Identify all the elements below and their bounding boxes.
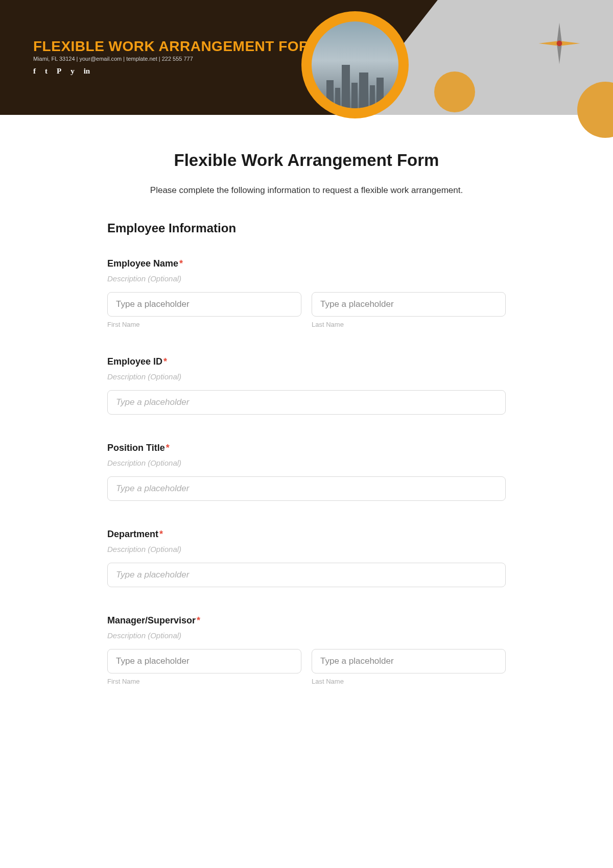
field-label: Employee Name*: [107, 258, 506, 269]
field-description: Description (Optional): [107, 545, 506, 553]
banner-title-block: FLEXIBLE WORK ARRANGEMENT FORM Miami, FL…: [33, 38, 322, 76]
page-intro: Please complete the following informatio…: [107, 185, 506, 196]
facebook-icon[interactable]: f: [33, 67, 36, 76]
svg-point-4: [557, 41, 562, 46]
field-label: Manager/Supervisor*: [107, 615, 506, 626]
field-department: Department* Description (Optional): [107, 529, 506, 587]
sub-label-last-name: Last Name: [312, 321, 506, 328]
employee-id-input[interactable]: [107, 390, 506, 415]
required-marker: *: [163, 356, 167, 367]
field-employee-name: Employee Name* Description (Optional) Fi…: [107, 258, 506, 328]
label-text: Position Title: [107, 443, 165, 453]
label-text: Department: [107, 529, 158, 539]
compass-logo-icon: [536, 20, 582, 66]
manager-last-name-input[interactable]: [312, 649, 506, 673]
field-label: Position Title*: [107, 443, 506, 453]
department-input[interactable]: [107, 563, 506, 587]
employee-last-name-input[interactable]: [312, 292, 506, 317]
field-manager: Manager/Supervisor* Description (Optiona…: [107, 615, 506, 685]
pinterest-icon[interactable]: P: [57, 67, 61, 76]
position-title-input[interactable]: [107, 476, 506, 501]
label-text: Employee Name: [107, 258, 178, 269]
section-title-employee-info: Employee Information: [107, 221, 506, 235]
field-description: Description (Optional): [107, 274, 506, 283]
label-text: Manager/Supervisor: [107, 615, 196, 625]
svg-marker-0: [557, 23, 562, 44]
field-label: Department*: [107, 529, 506, 540]
employee-first-name-input[interactable]: [107, 292, 301, 317]
field-description: Description (Optional): [107, 631, 506, 640]
svg-marker-1: [557, 43, 562, 64]
field-label: Employee ID*: [107, 356, 506, 367]
tumblr-icon[interactable]: t: [45, 67, 48, 76]
manager-first-name-input[interactable]: [107, 649, 301, 673]
hero-city-image: [312, 21, 398, 108]
banner-title: FLEXIBLE WORK ARRANGEMENT FORM: [33, 38, 322, 55]
social-icons-row: f t P y in: [33, 67, 322, 76]
form-content: Flexible Work Arrangement Form Please co…: [97, 151, 516, 744]
sub-label-first-name: First Name: [107, 678, 301, 685]
required-marker: *: [159, 529, 163, 539]
required-marker: *: [197, 615, 200, 625]
hero-image-ring: [301, 11, 409, 118]
banner-subtitle: Miami, FL 33124 | your@email.com | templ…: [33, 56, 322, 62]
sub-label-last-name: Last Name: [312, 678, 506, 685]
field-description: Description (Optional): [107, 459, 506, 467]
svg-marker-2: [539, 41, 560, 46]
label-text: Employee ID: [107, 356, 162, 367]
field-employee-id: Employee ID* Description (Optional): [107, 356, 506, 415]
svg-marker-3: [559, 41, 580, 46]
twitter-icon[interactable]: y: [70, 67, 75, 76]
linkedin-icon[interactable]: in: [84, 67, 90, 76]
decor-circle: [434, 71, 475, 112]
required-marker: *: [166, 443, 170, 453]
banner-header: FLEXIBLE WORK ARRANGEMENT FORM Miami, FL…: [0, 0, 613, 115]
page-title: Flexible Work Arrangement Form: [107, 151, 506, 170]
field-description: Description (Optional): [107, 372, 506, 381]
field-position-title: Position Title* Description (Optional): [107, 443, 506, 501]
required-marker: *: [179, 258, 183, 269]
sub-label-first-name: First Name: [107, 321, 301, 328]
